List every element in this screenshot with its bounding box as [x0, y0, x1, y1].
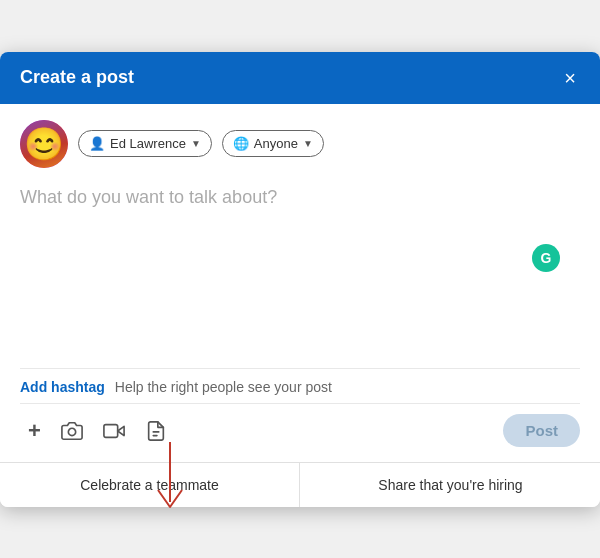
audience-chevron-icon: ▼	[303, 138, 313, 149]
svg-marker-1	[118, 426, 124, 435]
modal-body: 👤 Ed Lawrence ▼ 🌐 Anyone ▼ G	[0, 104, 600, 462]
composer-area: G	[20, 184, 580, 368]
audience-dropdown-button[interactable]: 🌐 Anyone ▼	[222, 130, 324, 157]
share-hiring-button[interactable]: Share that you're hiring	[301, 463, 600, 507]
create-post-modal: Create a post × 👤 Ed Lawrence ▼ 🌐 Anyone…	[0, 52, 600, 507]
post-text-input[interactable]	[20, 184, 580, 364]
modal-header: Create a post ×	[0, 52, 600, 104]
video-button[interactable]	[95, 414, 133, 448]
document-icon	[145, 420, 167, 442]
celebrate-teammate-button[interactable]: Celebrate a teammate	[0, 463, 300, 507]
close-button[interactable]: ×	[560, 66, 580, 90]
toolbar-row: +	[20, 403, 580, 462]
avatar-image	[20, 120, 68, 168]
camera-icon	[61, 420, 83, 442]
avatar	[20, 120, 68, 168]
modal-title: Create a post	[20, 67, 134, 88]
user-chevron-icon: ▼	[191, 138, 201, 149]
user-dropdown-button[interactable]: 👤 Ed Lawrence ▼	[78, 130, 212, 157]
photo-button[interactable]	[53, 414, 91, 448]
svg-rect-2	[104, 424, 118, 437]
bottom-actions-row: Celebrate a teammate Share that you're h…	[0, 462, 600, 507]
user-name-label: Ed Lawrence	[110, 136, 186, 151]
user-icon: 👤	[89, 136, 105, 151]
post-button[interactable]: Post	[503, 414, 580, 447]
document-button[interactable]	[137, 414, 175, 448]
user-row: 👤 Ed Lawrence ▼ 🌐 Anyone ▼	[20, 120, 580, 168]
svg-point-0	[68, 428, 75, 435]
grammarly-icon[interactable]: G	[532, 244, 560, 272]
hashtag-hint-text: Help the right people see your post	[115, 379, 332, 395]
plus-icon: +	[28, 418, 41, 444]
hashtag-row: Add hashtag Help the right people see yo…	[20, 368, 580, 403]
add-button[interactable]: +	[20, 412, 49, 450]
video-icon	[103, 420, 125, 442]
audience-label: Anyone	[254, 136, 298, 151]
add-hashtag-button[interactable]: Add hashtag	[20, 379, 105, 395]
audience-icon: 🌐	[233, 136, 249, 151]
